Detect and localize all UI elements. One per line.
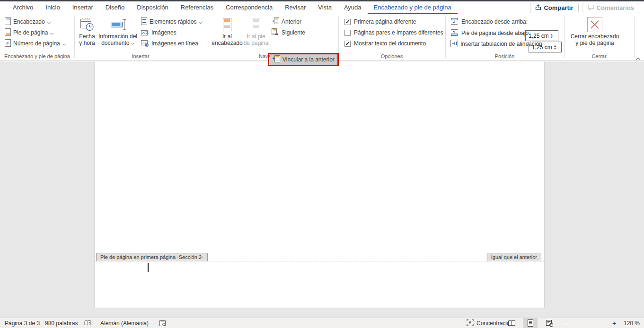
language-indicator[interactable]: Alemán (Alemania) — [100, 318, 149, 328]
group-divider — [445, 17, 446, 58]
link-to-previous-label: Vincular a la anterior — [282, 56, 335, 63]
pictures-icon — [141, 29, 149, 37]
tab-insertar[interactable]: Insertar — [66, 1, 99, 14]
quick-parts-icon — [141, 17, 147, 26]
spin-down-icon[interactable]: ▼ — [552, 47, 558, 50]
comments-button[interactable]: Comentarios — [582, 3, 639, 13]
footer-dropdown[interactable]: Pie de página — [5, 29, 53, 37]
share-icon — [535, 4, 541, 12]
word-count[interactable]: 980 palabras — [45, 318, 78, 328]
web-layout-button[interactable] — [542, 318, 556, 328]
group-label-opciones: Opciones — [338, 53, 445, 59]
tab-ayuda[interactable]: Ayuda — [338, 1, 368, 14]
page-number-dropdown[interactable]: # Número de página — [5, 40, 66, 48]
group-label-cerrar: Cerrar — [564, 53, 634, 59]
document-info-label-2: documento — [101, 40, 134, 46]
comments-label: Comentarios — [597, 4, 634, 11]
previous-label: Anterior — [282, 18, 301, 26]
different-odd-even-checkbox-row[interactable]: Páginas pares e impares diferentes — [344, 29, 443, 36]
online-pictures-icon — [141, 40, 149, 48]
group-label-insertar: Insertar — [74, 53, 207, 59]
header-icon — [5, 17, 11, 26]
ribbon: Encabezado Pie de página # Número de pág… — [0, 14, 644, 61]
read-mode-button[interactable] — [504, 318, 519, 328]
footer-label: Pie de página — [13, 29, 48, 36]
print-layout-button[interactable] — [523, 318, 538, 328]
tab-correspondencia[interactable]: Correspondencia — [220, 1, 279, 14]
tab-disposicion[interactable]: Disposición — [131, 1, 174, 14]
go-to-footer-label-2: de página — [244, 40, 269, 46]
page-number-icon: # — [5, 39, 11, 48]
next-icon — [272, 28, 279, 37]
footer-position-icon — [450, 29, 459, 38]
header-position-icon — [450, 17, 459, 26]
insert-alignment-tab-label: Insertar tabulación de alineación — [460, 41, 542, 48]
checkbox-unchecked-icon[interactable] — [344, 30, 351, 36]
tab-inicio[interactable]: Inicio — [39, 1, 66, 14]
comment-icon — [588, 4, 594, 12]
show-document-text-checkbox-row[interactable]: ✓ Mostrar texto del documento — [344, 40, 426, 47]
link-to-previous-icon — [273, 55, 280, 64]
chevron-down-icon — [131, 43, 134, 45]
spinner-arrows[interactable]: ▲▼ — [552, 44, 558, 50]
date-time-label-1: Fecha — [79, 33, 95, 40]
zoom-out-button[interactable]: — — [562, 318, 569, 328]
share-button[interactable]: Compartir — [530, 3, 578, 13]
page-number-label: Número de página — [13, 40, 60, 47]
date-time-button[interactable]: Fecha y hora — [76, 16, 98, 49]
document-workspace: Pie de página en primera página -Sección… — [0, 61, 644, 318]
macro-recording-icon[interactable] — [159, 318, 166, 328]
document-page[interactable]: Pie de página en primera página -Sección… — [95, 61, 544, 308]
page-indicator[interactable]: Página 3 de 3 — [5, 318, 40, 328]
previous-icon — [272, 17, 279, 26]
group-divider — [74, 17, 75, 58]
online-pictures-button[interactable]: Imágenes en línea — [141, 40, 198, 48]
tab-vista[interactable]: Vista — [312, 1, 338, 14]
checkbox-checked-icon[interactable]: ✓ — [344, 41, 351, 47]
chevron-down-icon — [62, 41, 66, 47]
close-icon — [587, 16, 603, 33]
proofing-errors-icon[interactable] — [84, 318, 92, 328]
header-from-top-spinbox[interactable]: ▲▼ — [525, 30, 558, 41]
web-layout-icon — [546, 319, 554, 327]
header-from-top-row: Encabezado desde arriba: — [450, 18, 528, 26]
pictures-label: Imágenes — [151, 29, 176, 36]
zoom-in-button[interactable]: + — [612, 318, 616, 328]
pictures-button[interactable]: Imágenes — [141, 29, 176, 37]
go-to-footer-button[interactable]: Ir al pie de página — [242, 16, 270, 49]
quick-parts-label: Elementos rápidos — [150, 18, 196, 26]
group-divider — [338, 17, 339, 58]
go-to-header-label-2: encabezado — [212, 40, 242, 46]
document-info-icon — [109, 16, 126, 33]
header-from-top-label: Encabezado desde arriba: — [461, 18, 528, 26]
go-to-footer-icon — [250, 16, 262, 33]
tab-diseno[interactable]: Diseño — [99, 1, 131, 14]
tab-encabezado-pie-de-pagina[interactable]: Encabezado y pie de página — [368, 1, 458, 14]
quick-parts-dropdown[interactable]: Elementos rápidos — [141, 18, 202, 26]
group-label-header-footer: Encabezado y pie de página — [0, 53, 74, 59]
spinner-arrows[interactable]: ▲▼ — [548, 33, 555, 39]
document-info-label-1: Información del — [98, 33, 137, 40]
tab-revisar[interactable]: Revisar — [279, 1, 312, 14]
zoom-level[interactable]: 120 % — [624, 318, 640, 328]
close-header-footer-button[interactable]: Cerrar encabezado y pie de página — [570, 16, 619, 49]
tab-referencias[interactable]: Referencias — [175, 1, 220, 14]
document-info-button[interactable]: Información del documento — [98, 16, 137, 49]
tab-archivo[interactable]: Archivo — [7, 1, 39, 14]
close-label-2: y pie de página — [575, 40, 614, 46]
focus-icon — [467, 319, 474, 328]
spin-down-icon[interactable]: ▼ — [548, 36, 555, 39]
checkbox-checked-icon[interactable]: ✓ — [344, 19, 351, 25]
chevron-down-icon — [199, 19, 202, 26]
next-button[interactable]: Siguiente — [272, 29, 305, 37]
previous-button[interactable]: Anterior — [272, 18, 301, 26]
chevron-down-icon — [50, 30, 53, 36]
go-to-header-button[interactable]: Ir al encabezado — [213, 16, 241, 49]
print-layout-icon — [527, 319, 534, 327]
different-first-page-checkbox-row[interactable]: ✓ Primera página diferente — [344, 18, 416, 25]
insert-alignment-tab-button[interactable]: Insertar tabulación de alineación — [450, 40, 542, 48]
header-dropdown[interactable]: Encabezado — [5, 18, 51, 26]
word-window: Archivo Inicio Insertar Diseño Disposici… — [0, 0, 644, 328]
link-to-previous-button[interactable]: Vincular a la anterior — [273, 56, 335, 64]
ribbon-tabs: Archivo Inicio Insertar Diseño Disposici… — [0, 1, 458, 14]
